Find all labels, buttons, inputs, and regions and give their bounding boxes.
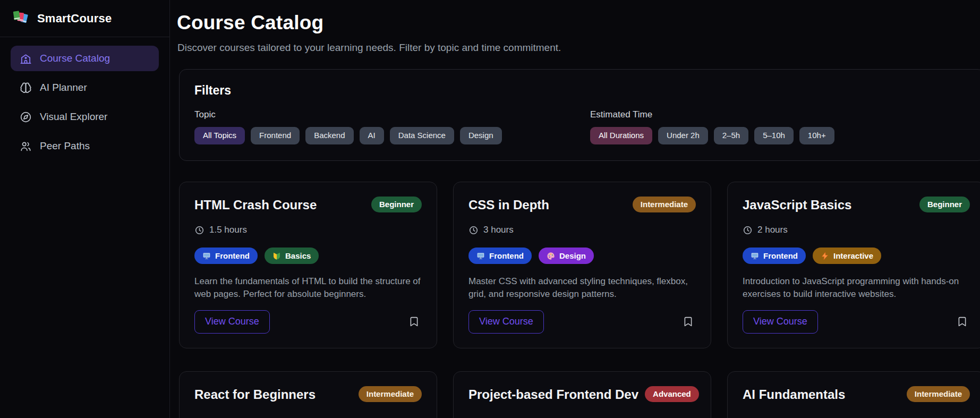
monitor-icon: [202, 252, 211, 260]
time-chip-under-2h[interactable]: Under 2h: [658, 127, 708, 144]
tag-label: Interactive: [833, 251, 873, 260]
bookmark-icon[interactable]: [683, 315, 694, 328]
time-chip-10h-plus[interactable]: 10h+: [799, 127, 834, 144]
course-title: Project-based Frontend Dev: [468, 387, 638, 402]
tag-label: Frontend: [763, 251, 798, 260]
sidebar-nav: Course Catalog AI Planner Visual Explore…: [0, 37, 169, 159]
users-icon: [20, 140, 32, 152]
sidebar-item-label: Visual Explorer: [40, 111, 107, 123]
course-title: AI Fundamentals: [743, 387, 845, 402]
time-chips: All Durations Under 2h 2–5h 5–10h 10h+: [590, 127, 834, 144]
app-logo: SmartCourse: [0, 0, 169, 37]
level-badge: Beginner: [371, 197, 422, 213]
course-card-css-in-depth: CSS in Depth Intermediate 3 hours Fronte…: [453, 182, 711, 348]
view-course-button[interactable]: View Course: [743, 310, 818, 334]
time-filter-group: Estimated Time All Durations Under 2h 2–…: [590, 109, 834, 144]
tag-frontend: Frontend: [468, 248, 532, 264]
zap-icon: [821, 252, 829, 260]
course-title: React for Beginners: [194, 387, 316, 402]
palette-icon: [547, 252, 555, 260]
tag-interactive: Interactive: [813, 248, 881, 264]
topic-chip-design[interactable]: Design: [460, 127, 502, 144]
topic-filter-group: Topic All Topics Frontend Backend AI Dat…: [194, 109, 590, 144]
course-tags: Frontend Basics: [194, 248, 422, 264]
course-card-project-based-frontend-dev: Project-based Frontend Dev Advanced: [453, 371, 711, 418]
duration-text: 2 hours: [757, 225, 788, 235]
course-duration: 3 hours: [468, 225, 696, 235]
main-content: Course Catalog Discover courses tailored…: [170, 0, 980, 418]
clock-icon: [743, 225, 753, 235]
course-description: Learn the fundamentals of HTML to build …: [194, 275, 422, 301]
filters-title: Filters: [194, 83, 970, 98]
bookmark-icon[interactable]: [408, 315, 420, 328]
tag-design: Design: [539, 248, 594, 264]
books-stack-icon: [12, 9, 31, 28]
app-name: SmartCourse: [37, 12, 112, 25]
sidebar-item-label: Peer Paths: [40, 140, 90, 152]
course-title: HTML Crash Course: [194, 198, 317, 212]
level-badge: Beginner: [919, 197, 970, 213]
tag-frontend: Frontend: [743, 248, 806, 264]
level-badge: Intermediate: [633, 197, 696, 213]
course-grid: HTML Crash Course Beginner 1.5 hours Fro…: [179, 182, 980, 418]
tag-label: Basics: [285, 251, 311, 260]
course-description: Introduction to JavaScript programming w…: [743, 275, 970, 301]
time-chip-2-5h[interactable]: 2–5h: [714, 127, 748, 144]
course-card-javascript-basics: JavaScript Basics Beginner 2 hours Front…: [727, 182, 980, 348]
course-tags: Frontend Interactive: [743, 248, 970, 264]
sidebar-item-ai-planner[interactable]: AI Planner: [11, 75, 159, 100]
course-title: JavaScript Basics: [743, 198, 851, 212]
filters-panel: Filters Topic All Topics Frontend Backen…: [179, 69, 980, 161]
brain-icon: [20, 82, 32, 94]
duration-text: 1.5 hours: [209, 225, 247, 235]
page-title: Course Catalog: [177, 12, 980, 34]
topic-chip-all-topics[interactable]: All Topics: [194, 127, 245, 144]
course-duration: 2 hours: [743, 225, 970, 235]
course-duration: 1.5 hours: [194, 225, 422, 235]
topic-chip-frontend[interactable]: Frontend: [251, 127, 300, 144]
page-subtitle: Discover courses tailored to your learni…: [177, 42, 980, 54]
topic-chip-data-science[interactable]: Data Science: [390, 127, 454, 144]
course-card-react-for-beginners: React for Beginners Intermediate: [179, 371, 437, 418]
topic-chip-backend[interactable]: Backend: [305, 127, 353, 144]
course-description: Master CSS with advanced styling techniq…: [468, 275, 696, 301]
sidebar-item-visual-explorer[interactable]: Visual Explorer: [11, 104, 159, 130]
time-chip-5-10h[interactable]: 5–10h: [754, 127, 794, 144]
compass-icon: [20, 111, 32, 123]
view-course-button[interactable]: View Course: [468, 310, 544, 334]
sidebar-item-course-catalog[interactable]: Course Catalog: [11, 46, 159, 71]
time-chip-all-durations[interactable]: All Durations: [590, 127, 652, 144]
course-card-ai-fundamentals: AI Fundamentals Intermediate: [727, 371, 980, 418]
level-badge: Intermediate: [907, 386, 970, 403]
tag-label: Design: [559, 251, 586, 260]
monitor-icon: [476, 252, 485, 260]
sidebar-item-label: AI Planner: [40, 82, 87, 93]
course-card-html-crash-course: HTML Crash Course Beginner 1.5 hours Fro…: [179, 182, 437, 348]
tag-basics: Basics: [265, 248, 319, 264]
level-badge: Advanced: [645, 386, 699, 403]
topic-chip-ai[interactable]: AI: [360, 127, 384, 144]
sidebar: SmartCourse Course Catalog AI Planner Vi…: [0, 0, 170, 418]
sidebar-item-peer-paths[interactable]: Peer Paths: [11, 133, 159, 159]
tag-label: Frontend: [215, 251, 250, 260]
duration-text: 3 hours: [483, 225, 514, 235]
view-course-button[interactable]: View Course: [194, 310, 270, 334]
sidebar-item-label: Course Catalog: [40, 53, 110, 64]
level-badge: Intermediate: [359, 386, 422, 403]
clock-icon: [194, 225, 204, 235]
monitor-icon: [751, 252, 759, 260]
course-tags: Frontend Design: [468, 248, 696, 264]
topic-label: Topic: [194, 109, 590, 120]
bookmark-icon[interactable]: [957, 315, 968, 328]
beginner-icon: [272, 252, 281, 260]
course-title: CSS in Depth: [468, 198, 549, 212]
topic-chips: All Topics Frontend Backend AI Data Scie…: [194, 127, 590, 144]
tag-frontend: Frontend: [194, 248, 258, 264]
tag-label: Frontend: [489, 251, 524, 260]
clock-icon: [468, 225, 479, 235]
estimated-time-label: Estimated Time: [590, 109, 834, 120]
school-icon: [20, 53, 32, 65]
